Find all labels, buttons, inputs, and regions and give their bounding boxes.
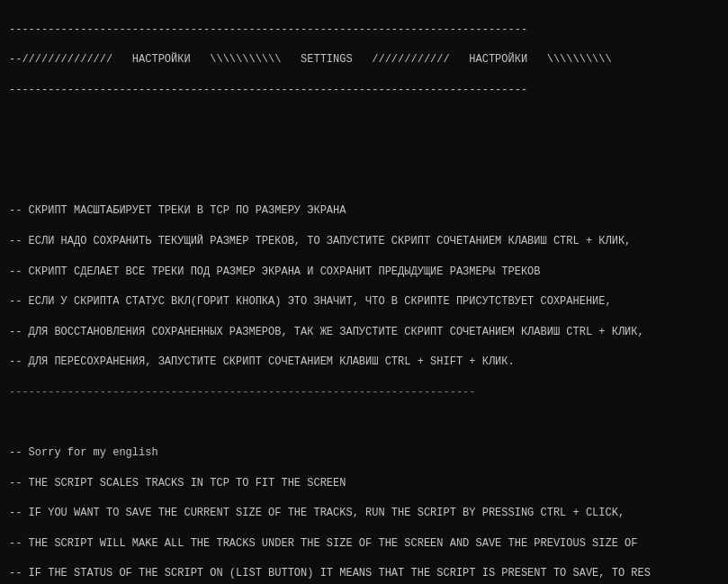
comment-en-0: -- Sorry for my english xyxy=(9,446,158,459)
separator-2: ----------------------------------------… xyxy=(9,84,527,96)
comment-ru-2: -- ЕСЛИ НАДО СОХРАНИТЬ ТЕКУЩИЙ РАЗМЕР ТР… xyxy=(9,235,631,247)
comment-ru-1: -- СКРИПТ МАСШТАБИРУЕТ ТРЕКИ В TCP ПО РА… xyxy=(9,204,346,217)
header-line: --////////////// НАСТРОЙКИ \\\\\\\\\\\ S… xyxy=(9,53,612,66)
comment-ru-3: -- СКРИПТ СДЕЛАЕТ ВСЕ ТРЕКИ ПОД РАЗМЕР Э… xyxy=(9,265,541,278)
comment-en-3: -- THE SCRIPT WILL MAKE ALL THE TRACKS U… xyxy=(9,537,638,550)
separator-3: ----------------------------------------… xyxy=(9,386,475,399)
comment-ru-6: -- ДЛЯ ПЕРЕСОХРАНЕНИЯ, ЗАПУСТИТЕ СКРИПТ … xyxy=(9,355,515,368)
comment-en-1: -- THE SCRIPT SCALES TRACKS IN TCP TO FI… xyxy=(9,477,346,490)
comment-en-4: -- IF THE STATUS OF THE SCRIPT ON (LIST … xyxy=(9,567,651,580)
separator-1: ----------------------------------------… xyxy=(9,23,527,36)
code-editor: ----------------------------------------… xyxy=(0,0,728,584)
comment-ru-5: -- ДЛЯ ВОССТАНОВЛЕНИЯ СОХРАНЕННЫХ РАЗМЕР… xyxy=(9,326,644,338)
comment-en-2: -- IF YOU WANT TO SAVE THE CURRENT SIZE … xyxy=(9,507,625,519)
comment-ru-4: -- ЕСЛИ У СКРИПТА СТАТУС ВКЛ(ГОРИТ КНОПК… xyxy=(9,295,612,308)
